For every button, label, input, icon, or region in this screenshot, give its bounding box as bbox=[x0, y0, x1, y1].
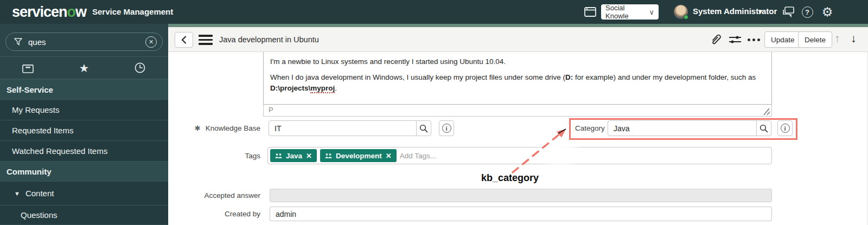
top-banner: servicenow Service Management Social Kno… bbox=[0, 0, 868, 24]
category-label: Category bbox=[575, 120, 605, 136]
remove-tag-icon[interactable]: ✕ bbox=[386, 152, 392, 160]
category-input[interactable] bbox=[608, 121, 756, 136]
sidebar-item-my-requests[interactable]: My Requests bbox=[0, 99, 168, 120]
connect-window-icon[interactable] bbox=[583, 0, 597, 24]
presence-dot bbox=[684, 15, 688, 20]
more-options-icon[interactable] bbox=[748, 27, 763, 52]
delete-button[interactable]: Delete bbox=[798, 31, 832, 48]
application-scope-select[interactable]: Social Knowle ∨ bbox=[601, 4, 659, 20]
question-body-editor[interactable]: I'm a newbie to Linux systems and recent… bbox=[263, 52, 772, 105]
category-lookup-icon[interactable] bbox=[756, 121, 771, 136]
resize-handle-icon[interactable] bbox=[761, 108, 770, 115]
user-menu[interactable]: System Administrator bbox=[693, 7, 777, 16]
user-caret-icon[interactable]: ▾ bbox=[758, 7, 762, 16]
attachment-icon[interactable] bbox=[710, 27, 726, 52]
logo-w: w bbox=[75, 4, 86, 20]
record-toolbar: Java development in Ubuntu Update Delete… bbox=[168, 27, 868, 52]
accepted-answer-field bbox=[270, 189, 772, 202]
form-context-menu-icon[interactable] bbox=[199, 35, 213, 45]
navigator-tabs: ★ bbox=[0, 56, 168, 79]
funnel-icon bbox=[14, 37, 23, 47]
all-applications-icon[interactable] bbox=[0, 63, 56, 73]
created-by-field bbox=[270, 207, 772, 221]
remove-tag-icon[interactable]: ✕ bbox=[306, 152, 312, 160]
category-field bbox=[608, 120, 771, 136]
gear-icon[interactable]: ⚙ bbox=[820, 0, 834, 24]
logo-text: servicen bbox=[12, 4, 67, 20]
annotation-field-name: kb_category bbox=[481, 172, 539, 184]
tags-field[interactable]: Java ✕ Development ✕ bbox=[267, 147, 772, 164]
history-icon[interactable] bbox=[112, 62, 168, 73]
next-record-icon[interactable]: ↓ bbox=[851, 32, 857, 45]
personalize-form-icon[interactable] bbox=[728, 27, 745, 52]
update-button[interactable]: Update bbox=[764, 31, 801, 48]
logo-o-green: o bbox=[67, 4, 76, 20]
accepted-answer-label: Accepted answer bbox=[0, 189, 260, 202]
sidebar-section-self-service: Self-Service bbox=[0, 79, 168, 99]
navigator-filter[interactable]: ✕ bbox=[5, 33, 163, 51]
knowledge-base-lookup-icon[interactable] bbox=[416, 121, 431, 136]
editor-status-bar: P bbox=[263, 105, 772, 117]
record-title: Java development in Ubuntu bbox=[219, 27, 319, 52]
knowledge-base-input[interactable] bbox=[269, 121, 416, 136]
info-icon: i bbox=[781, 124, 790, 133]
filter-navigator-input[interactable] bbox=[28, 37, 145, 47]
product-title: Service Management bbox=[92, 7, 173, 16]
element-path: P bbox=[269, 106, 273, 114]
info-icon: i bbox=[442, 124, 451, 133]
avatar[interactable] bbox=[674, 5, 688, 19]
question-paragraph: I'm a newbie to Linux systems and recent… bbox=[270, 56, 765, 67]
created-by-input[interactable] bbox=[270, 207, 771, 221]
chevron-down-icon: ∨ bbox=[649, 8, 654, 16]
app-window: servicenow Service Management Social Kno… bbox=[0, 0, 868, 225]
help-icon[interactable]: ? bbox=[801, 0, 814, 24]
favorites-icon[interactable]: ★ bbox=[56, 62, 112, 74]
spellcheck-underline: myproj bbox=[310, 84, 335, 93]
previous-record-icon[interactable]: ↑ bbox=[834, 32, 840, 45]
tag-label: Development bbox=[336, 152, 382, 160]
chevron-left-icon bbox=[181, 36, 187, 44]
knowledge-base-label: ✱Knowledge Base bbox=[0, 120, 260, 136]
question-mark-glyph: ? bbox=[802, 7, 813, 18]
knowledge-base-field bbox=[269, 120, 431, 136]
tag-chip: Development ✕ bbox=[320, 149, 397, 162]
scope-value: Social Knowle bbox=[605, 4, 649, 20]
servicenow-logo[interactable]: servicenow bbox=[12, 4, 86, 21]
back-button[interactable] bbox=[175, 32, 193, 48]
created-by-label: Created by bbox=[0, 207, 260, 221]
knowledge-base-info-button[interactable]: i bbox=[439, 120, 454, 136]
tag-label: Java bbox=[286, 152, 302, 160]
chat-icon[interactable] bbox=[781, 0, 795, 24]
question-paragraph: When I do java development in Windows, I… bbox=[270, 72, 765, 94]
required-marker-icon: ✱ bbox=[195, 124, 201, 132]
tags-label: Tags bbox=[0, 147, 260, 164]
clear-filter-icon[interactable]: ✕ bbox=[145, 36, 157, 48]
category-info-button[interactable]: i bbox=[777, 120, 793, 136]
tag-chip: Java ✕ bbox=[270, 149, 317, 162]
shared-tag-icon bbox=[275, 153, 282, 159]
add-tags-input[interactable] bbox=[400, 152, 769, 160]
shared-tag-icon bbox=[325, 153, 332, 159]
